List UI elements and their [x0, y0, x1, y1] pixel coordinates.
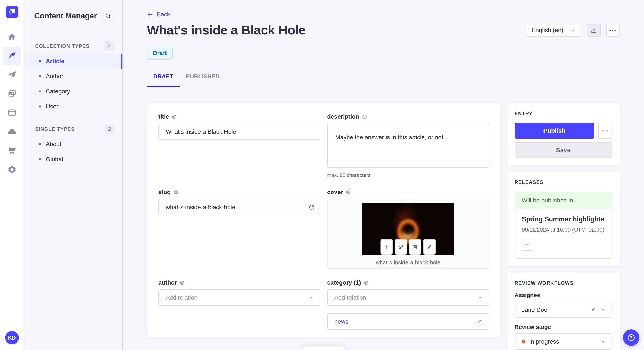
images-icon: [7, 89, 16, 98]
chevron-down-icon: [309, 295, 314, 300]
sidebar-item-article[interactable]: Article: [24, 54, 122, 69]
description-helper: max. 80 characters: [327, 172, 489, 178]
sidebar-item-global[interactable]: Global: [24, 152, 122, 167]
title-input[interactable]: [158, 124, 320, 140]
cover-actions: [380, 239, 436, 255]
cover-field-label: cover: [327, 189, 343, 196]
add-media-button[interactable]: [380, 239, 393, 255]
nav-item-releases[interactable]: [3, 66, 21, 84]
strapi-logo[interactable]: [6, 6, 18, 18]
side-panels: ENTRY Publish ... Save RELEASES Will be …: [507, 103, 620, 350]
globe-icon: [364, 280, 369, 285]
search-button[interactable]: [102, 10, 114, 22]
nav-item-content-manager[interactable]: [3, 47, 21, 65]
author-relation-combobox[interactable]: Add relation: [158, 289, 320, 306]
help-icon: ?: [627, 333, 636, 342]
field-author: author Add relation: [158, 279, 320, 306]
bullet-icon: [39, 143, 41, 145]
slug-field-label: slug: [158, 189, 171, 196]
assignee-value: Jane Doe: [522, 306, 547, 313]
divider: [34, 31, 44, 31]
main-nav: KD: [0, 0, 24, 350]
copy-link-button[interactable]: [395, 239, 407, 255]
field-category: category (1) Add relation news: [327, 279, 489, 330]
field-slug: slug: [158, 189, 320, 215]
sidebar-item-label: Article: [46, 58, 64, 65]
chevron-down-icon: [478, 295, 482, 300]
delete-media-button[interactable]: [409, 239, 422, 255]
nav-item-content-type-builder[interactable]: [3, 104, 21, 122]
globe-icon: [180, 280, 185, 285]
bullet-icon: [39, 75, 41, 77]
assignee-combobox[interactable]: Jane Doe: [514, 302, 612, 318]
globe-icon: [362, 114, 367, 120]
clear-icon: [476, 319, 482, 325]
sidebar-item-label: Global: [46, 156, 63, 163]
cover-image[interactable]: [362, 203, 454, 255]
locale-select[interactable]: English (en): [526, 24, 582, 37]
sidebar-item-author[interactable]: Author: [24, 69, 122, 84]
nav-item-media-library[interactable]: [3, 85, 21, 103]
save-button[interactable]: Save: [514, 143, 612, 158]
bullet-icon: [39, 158, 41, 160]
category-relation-placeholder: Add relation: [334, 294, 366, 301]
category-relation-combobox[interactable]: Add relation: [327, 289, 489, 306]
entry-panel: ENTRY Publish ... Save: [507, 103, 620, 166]
cover-media-box: what-s-inside-a-black-hole: [327, 199, 489, 269]
release-card: Will be published in Spring Summer highl…: [514, 191, 612, 259]
slug-input[interactable]: [158, 199, 320, 215]
review-stage-combobox[interactable]: In progress: [514, 334, 612, 350]
bullet-icon: [39, 60, 41, 62]
review-workflows-panel: REVIEW WORKFLOWS Assignee Jane Doe Revie…: [507, 273, 620, 350]
nav-item-home[interactable]: [3, 28, 21, 46]
edit-media-button[interactable]: [423, 239, 436, 255]
nav-item-cloud[interactable]: [3, 123, 21, 141]
collection-types-count: 4: [104, 42, 114, 51]
review-stage-value: In progress: [529, 338, 559, 345]
back-link[interactable]: Back: [147, 11, 170, 18]
cart-icon: [7, 146, 16, 155]
entry-more-button[interactable]: ...: [598, 123, 612, 139]
review-panel-title: REVIEW WORKFLOWS: [514, 280, 612, 286]
tabs: DRAFT PUBLISHED: [147, 73, 620, 87]
description-textarea[interactable]: Maybe the answer is in this article, or …: [327, 124, 489, 168]
help-button[interactable]: ?: [623, 329, 639, 346]
clear-icon[interactable]: [590, 307, 596, 313]
sidebar-item-user[interactable]: User: [24, 99, 122, 114]
relation-item-news: news: [327, 313, 489, 330]
publish-button[interactable]: Publish: [514, 123, 594, 139]
cloud-icon: [7, 127, 16, 136]
release-more-button[interactable]: ...: [522, 239, 534, 251]
pencil-icon: [426, 244, 432, 250]
remove-relation-button[interactable]: [476, 319, 482, 325]
field-title: title: [158, 113, 320, 140]
description-field-label: description: [327, 113, 359, 120]
sidebar-item-about[interactable]: About: [24, 137, 122, 152]
download-button[interactable]: [587, 24, 600, 37]
globe-icon: [173, 190, 179, 195]
content-area: Back What's inside a Black Hole English …: [123, 0, 644, 350]
svg-text:?: ?: [630, 335, 632, 340]
nav-item-marketplace[interactable]: [3, 141, 21, 160]
author-relation-placeholder: Add relation: [166, 294, 198, 301]
avatar[interactable]: KD: [5, 331, 19, 345]
relation-link[interactable]: news: [334, 318, 348, 325]
globe-icon: [172, 114, 177, 120]
search-icon: [105, 12, 112, 19]
stage-dot-icon: [522, 340, 526, 344]
nav-item-settings[interactable]: [3, 160, 21, 178]
field-cover: cover: [327, 189, 489, 269]
plus-icon: [384, 244, 390, 250]
category-field-label: category (1): [327, 279, 361, 286]
sidebar-item-category[interactable]: Category: [24, 84, 122, 99]
single-types-label: SINGLE TYPES: [35, 126, 74, 132]
single-types-count: 2: [104, 125, 114, 134]
refresh-icon[interactable]: [308, 204, 315, 210]
tab-published[interactable]: PUBLISHED: [180, 73, 226, 87]
tab-draft[interactable]: DRAFT: [147, 73, 180, 87]
title-field-label: title: [158, 113, 169, 120]
trash-icon: [412, 244, 418, 250]
header-more-button[interactable]: ...: [606, 24, 620, 37]
release-status: Will be published in: [515, 192, 612, 209]
status-badge: Draft: [147, 47, 173, 59]
